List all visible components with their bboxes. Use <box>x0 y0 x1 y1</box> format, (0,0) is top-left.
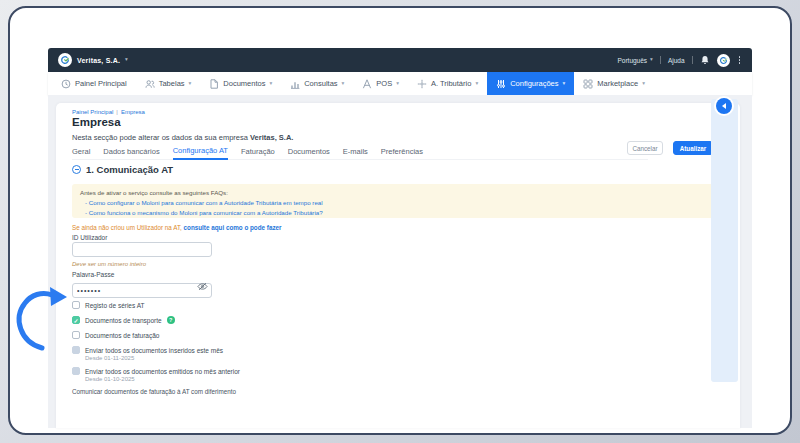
document-icon <box>209 79 219 89</box>
menu-item-pos[interactable]: POS ▾ <box>353 72 408 95</box>
page-subtitle-company: Veritas, S.A. <box>250 133 293 142</box>
chevron-down-icon: ▾ <box>189 81 192 87</box>
tab-configuracao-at[interactable]: Configuração AT <box>173 146 228 160</box>
at-user-note: Se ainda não criou um Utilizador na AT, … <box>72 224 282 231</box>
id-utilizador-input[interactable] <box>72 242 212 257</box>
checkbox-documentos-faturacao[interactable] <box>72 331 80 339</box>
notifications-bell-icon[interactable] <box>700 55 710 65</box>
chevron-down-icon: ▾ <box>642 81 645 87</box>
menu-label: Consultas <box>304 79 337 88</box>
tab-geral[interactable]: Geral <box>72 147 90 159</box>
collapsed-side-panel <box>711 99 738 382</box>
app-window: Veritas, S.A. ▾ Português ▾ Ajuda <box>48 48 752 428</box>
company-logo-icon <box>58 53 72 67</box>
page-subtitle-text: Nesta secção pode alterar os dados da su… <box>72 133 250 142</box>
menu-label: Painel Principal <box>75 79 127 88</box>
menu-label: Tabelas <box>159 79 185 88</box>
help-link[interactable]: Ajuda <box>668 57 685 64</box>
page-subtitle: Nesta secção pode alterar os dados da su… <box>72 133 293 142</box>
checkbox-enviar-emitidos-mes-anterior[interactable] <box>72 367 80 375</box>
divider <box>692 56 693 64</box>
company-switcher[interactable]: Veritas, S.A. ▾ <box>58 53 128 67</box>
breadcrumb-separator: | <box>116 109 118 115</box>
menu-item-documentos[interactable]: Documentos ▾ <box>200 72 281 95</box>
tab-bar: Geral Dados bancários Configuração AT Fa… <box>72 144 648 160</box>
page-title: Empresa <box>72 116 121 128</box>
crosshair-icon <box>417 79 427 89</box>
tab-emails[interactable]: E-mails <box>343 147 368 159</box>
sliders-icon <box>496 79 506 89</box>
language-selector[interactable]: Português ▾ <box>617 57 652 64</box>
checkbox-registo-series-at[interactable] <box>72 301 80 309</box>
help-badge-icon[interactable]: ? <box>167 316 175 324</box>
menu-item-painel-principal[interactable]: Painel Principal <box>52 72 136 95</box>
menu-item-marketplace[interactable]: Marketplace ▾ <box>574 72 654 95</box>
at-note-link[interactable]: consulte aqui como o pode fazer <box>184 224 282 231</box>
menu-label: A. Tributário <box>431 79 471 88</box>
window-frame: Veritas, S.A. ▾ Português ▾ Ajuda <box>8 6 792 435</box>
navbar-right: Português ▾ Ajuda <box>617 54 742 67</box>
menu-item-consultas[interactable]: Consultas ▾ <box>281 72 353 95</box>
checkbox-row-enviar-mes-anterior: Enviar todos os documentos emitidos no m… <box>72 367 240 375</box>
chevron-down-icon: ▾ <box>650 57 653 63</box>
update-button[interactable]: Atualizar <box>673 141 713 155</box>
checkbox-label: Registo de séries AT <box>85 302 145 309</box>
bar-chart-icon <box>290 79 300 89</box>
checkbox-row-enviar-este-mes: Enviar todos os documentos inseridos est… <box>72 346 223 354</box>
checkbox-documentos-transporte[interactable]: ✓ <box>72 316 80 324</box>
id-utilizador-label: ID Utilizador <box>72 234 107 241</box>
language-label: Português <box>617 57 647 64</box>
user-avatar[interactable] <box>717 54 730 67</box>
checkbox-row-registo-series: Registo de séries AT <box>72 301 145 309</box>
checkbox-subtext: Desde 01-10-2025 <box>85 376 135 382</box>
tab-documentos[interactable]: Documentos <box>288 147 330 159</box>
menu-item-tabelas[interactable]: Tabelas ▾ <box>136 72 201 95</box>
checkbox-label: Documentos de transporte <box>85 317 162 324</box>
faq-info-box: Antes de ativar o serviço consulte as se… <box>72 184 724 218</box>
menu-label: POS <box>376 79 392 88</box>
menu-label: Documentos <box>223 79 265 88</box>
breadcrumb-current[interactable]: Empresa <box>121 109 145 115</box>
users-icon <box>145 79 155 89</box>
checkbox-label: Documentos de faturação <box>85 332 159 339</box>
chevron-down-icon: ▾ <box>125 57 128 63</box>
diferimento-label: Comunicar documentos de faturação à AT c… <box>72 388 236 395</box>
expand-panel-button[interactable] <box>716 98 732 114</box>
screenshot-stage: Veritas, S.A. ▾ Português ▾ Ajuda <box>0 0 800 443</box>
checkbox-subtext: Desde 01-11-2025 <box>85 355 134 361</box>
clock-icon <box>61 79 71 89</box>
faq-link-2[interactable]: - Como funciona o mecanismo do Moloni pa… <box>85 208 716 218</box>
eye-off-icon[interactable] <box>197 282 208 291</box>
chevron-down-icon: ▾ <box>396 81 399 87</box>
checkbox-enviar-inseridos-este-mes[interactable] <box>72 346 80 354</box>
menu-label: Configurações <box>510 79 558 88</box>
chevron-left-icon <box>722 103 726 109</box>
kebab-menu-icon[interactable] <box>737 54 743 66</box>
id-utilizador-hint: Deve ser um número inteiro <box>72 261 146 267</box>
divider <box>660 56 661 64</box>
password-label: Palavra-Passe <box>72 271 114 278</box>
collapse-minus-icon[interactable] <box>72 165 81 174</box>
menu-item-configuracoes[interactable]: Configurações ▾ <box>487 72 574 95</box>
password-input[interactable] <box>72 283 212 298</box>
chevron-down-icon: ▾ <box>342 81 345 87</box>
checkbox-label: Enviar todos os documentos emitidos no m… <box>85 368 240 375</box>
menu-item-a-tributario[interactable]: A. Tributário ▾ <box>408 72 487 95</box>
at-note-warning: Se ainda não criou um Utilizador na AT, <box>72 224 184 231</box>
tab-dados-bancarios[interactable]: Dados bancários <box>103 147 159 159</box>
grid-icon <box>583 79 593 89</box>
tab-preferencias[interactable]: Preferências <box>381 147 423 159</box>
faq-intro: Antes de ativar o serviço consulte as se… <box>80 189 228 196</box>
tab-faturacao[interactable]: Faturação <box>241 147 275 159</box>
cancel-button[interactable]: Cancelar <box>627 141 663 155</box>
section-title: 1. Comunicação AT <box>86 164 173 175</box>
main-menu: Painel Principal Tabelas ▾ Documentos ▾ <box>48 72 752 95</box>
chevron-down-icon: ▾ <box>563 81 566 87</box>
chevron-down-icon: ▾ <box>475 81 478 87</box>
breadcrumb-home[interactable]: Painel Principal <box>72 109 113 115</box>
breadcrumb: Painel Principal | Empresa <box>72 109 145 115</box>
faq-link-1[interactable]: - Como configurar o Moloni para comunica… <box>85 198 716 208</box>
section-header: 1. Comunicação AT <box>72 164 173 175</box>
company-name: Veritas, S.A. <box>77 57 120 64</box>
compass-icon <box>362 79 372 89</box>
